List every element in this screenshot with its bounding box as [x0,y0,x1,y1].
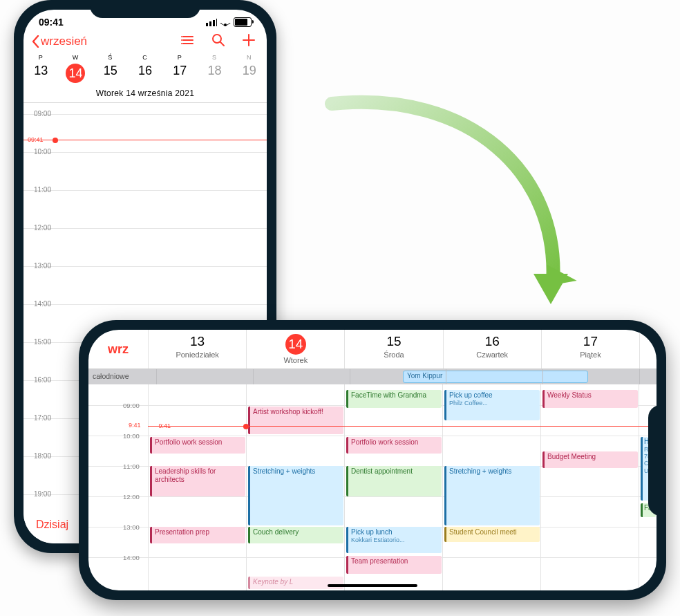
hour-label: 16:00 [34,376,51,384]
day-col-tue[interactable]: 14Wtorek [246,330,344,368]
day-col-wed[interactable]: 15Środa [344,330,442,368]
svg-point-0 [181,36,182,37]
allday-row: całodniowe Yom Kippur [88,369,657,384]
event-dentist[interactable]: Dentist appointment [346,466,442,496]
hour-label: 15:00 [34,338,51,346]
timeline-col-fri[interactable]: Weekly Status Budget Meeting [540,384,639,590]
list-view-button[interactable] [181,33,195,50]
current-time-label-side: 9:41 [129,422,141,429]
event-facetime-grandma[interactable]: FaceTime with Grandma [346,390,442,408]
weekday-mon[interactable]: P13 [23,54,58,83]
month-button[interactable]: wrz [88,330,148,368]
chevron-left-icon [32,35,39,48]
search-button[interactable] [211,33,225,50]
portrait-header: wrzesień [23,28,267,51]
event-weekly-status[interactable]: Weekly Status [542,390,638,408]
day-col-mon[interactable]: 13Poniedziałek [148,330,246,368]
hour-label: 14:00 [34,300,51,308]
weekday-sat[interactable]: S18 [197,54,232,83]
weekday-fri[interactable]: P17 [162,54,197,83]
weekday-thu[interactable]: C16 [128,54,162,83]
iphone-landscape: wrz 13Poniedziałek 14Wtorek 15Środa 16Cz… [79,320,666,600]
event-portfolio-mon[interactable]: Portfolio work session [150,437,245,454]
hour-label: 17:00 [34,414,51,422]
hour-label: 19:00 [34,490,51,498]
event-team-presentation[interactable]: Team presentation [346,556,442,574]
allday-slot-sat[interactable] [639,369,657,384]
event-artist-workshop-l[interactable]: Artist workshop kickoff! [248,407,343,434]
event-keynote[interactable]: Keynote by L [248,577,343,589]
plus-icon [242,33,256,47]
day-col-thu[interactable]: 16Czwartek [443,330,541,368]
svg-point-1 [181,39,182,41]
back-label: wrzesień [41,35,87,48]
event-pickup-coffee[interactable]: Pick up coffeePhilz Coffee... [444,390,540,420]
hour-label: 09:00 [34,110,51,118]
current-time-label: 09:41 [28,136,44,143]
weekday-tue[interactable]: W14 [58,54,93,83]
event-couch-delivery-l[interactable]: Couch delivery [248,527,343,543]
event-portfolio-wed[interactable]: Portfolio work session [346,437,442,454]
event-pickup-lunch[interactable]: Pick up lunchKokkari Estiatorio... [346,527,442,553]
today-button[interactable]: Dzisiaj [36,519,68,531]
weekday-wed[interactable]: Ś15 [93,54,128,83]
back-button[interactable]: wrzesień [32,35,87,48]
day-col-fri[interactable]: 17Piątek [541,330,639,368]
landscape-screen: wrz 13Poniedziałek 14Wtorek 15Środa 16Cz… [88,330,657,590]
status-time: 09:41 [39,17,64,28]
landscape-header: wrz 13Poniedziałek 14Wtorek 15Środa 16Cz… [88,330,657,369]
hour-label: 12:00 [34,224,51,232]
home-indicator[interactable] [328,584,417,587]
add-event-button[interactable] [242,33,256,50]
event-student-council[interactable]: Student Council meeti [444,527,540,542]
hour-label: 18:00 [34,452,51,460]
signal-icon [206,19,217,26]
portrait-notch [90,0,200,18]
allday-slot-tue[interactable] [253,369,350,384]
allday-label: całodniowe [88,369,156,384]
allday-slot-mon[interactable] [156,369,253,384]
allday-slot-fri[interactable] [542,369,639,384]
landscape-timeline[interactable]: 09:00 10:00 11:00 12:00 13:00 14:00 Port… [88,384,657,590]
battery-icon [234,17,252,27]
svg-point-3 [213,35,221,43]
landscape-notch [648,405,666,516]
allday-slot-wed[interactable]: Yom Kippur [350,369,446,384]
timeline-col-wed[interactable]: FaceTime with Grandma Portfolio work ses… [344,384,443,590]
allday-slot-thu[interactable] [446,369,542,384]
list-icon [181,33,195,47]
hour-label: 11:00 [34,186,51,194]
event-leadership[interactable]: Leadership skills for architects [150,466,245,496]
week-strip: P13 W14 Ś15 C16 P17 S18 N19 [23,51,267,84]
event-budget-meeting[interactable]: Budget Meeting [542,451,638,468]
timeline-col-thu[interactable]: Pick up coffeePhilz Coffee... Stretching… [442,384,541,590]
day-col-sat-edge[interactable] [639,330,657,368]
timeline-col-tue[interactable]: Artist workshop kickoff! Stretching + we… [246,384,345,590]
event-stretching-tue[interactable]: Stretching + weights [248,466,343,525]
weekday-sun[interactable]: N19 [232,54,267,83]
svg-point-2 [181,43,182,44]
hour-label: 10:00 [34,148,51,156]
current-time-line-full [148,426,657,427]
wifi-icon [220,18,231,26]
rotate-arrow-icon [290,83,587,332]
event-stretching-thu[interactable]: Stretching + weights [444,466,540,525]
search-icon [211,33,225,47]
event-presentation-prep[interactable]: Presentation prep [150,527,245,543]
hour-label: 13:00 [34,262,51,270]
current-time-indicator: 09:41 [23,140,267,140]
selected-date-label: Wtorek 14 września 2021 [23,84,267,102]
timeline-col-mon[interactable]: Portfolio work session Leadership skills… [148,384,247,590]
